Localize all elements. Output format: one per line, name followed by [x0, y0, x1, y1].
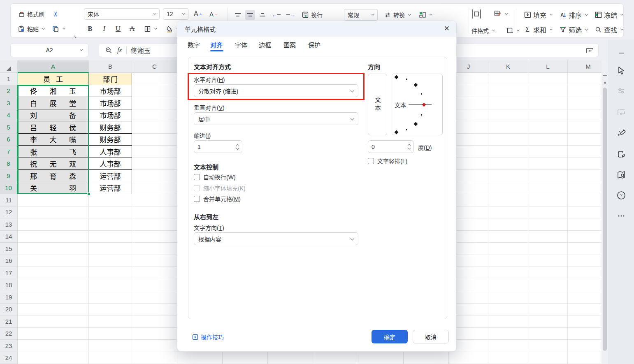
cell-L14[interactable]: [528, 231, 568, 243]
name-box[interactable]: A2: [10, 43, 88, 57]
row-header-12[interactable]: 12: [0, 206, 18, 219]
close-icon[interactable]: ✕: [444, 24, 450, 33]
sort-button[interactable]: 排序: [557, 9, 592, 21]
cell-K9[interactable]: [488, 170, 528, 182]
dial-angle-marker[interactable]: [406, 129, 407, 130]
find-button[interactable]: 查找: [592, 23, 628, 36]
column-header-C[interactable]: C: [132, 60, 177, 73]
cell-A12[interactable]: [18, 206, 89, 219]
cell-A7[interactable]: 张飞: [18, 146, 89, 158]
cell-A5[interactable]: 吕轻侯: [18, 121, 89, 134]
align-middle-button[interactable]: [245, 10, 255, 20]
italic-button[interactable]: I: [100, 25, 109, 33]
cell-B21[interactable]: [89, 315, 132, 328]
dial-angle-marker[interactable]: [406, 79, 407, 80]
cell-K24[interactable]: [488, 352, 528, 364]
row-header-4[interactable]: 4: [0, 109, 18, 122]
cell-B12[interactable]: [89, 206, 132, 219]
cell-K4[interactable]: [488, 109, 528, 122]
cut-button[interactable]: ✂: [50, 9, 61, 19]
vertical-scrollbar[interactable]: ▲: [601, 60, 608, 364]
cell-A16[interactable]: [18, 255, 89, 267]
cell-border-button[interactable]: [504, 26, 521, 35]
cell-B19[interactable]: [89, 291, 132, 304]
cell-K22[interactable]: [488, 328, 528, 340]
row-header-21[interactable]: 21: [0, 315, 18, 328]
convert-button[interactable]: 转换: [382, 9, 413, 20]
dial-angle-marker[interactable]: [394, 130, 398, 134]
wrap-text-button[interactable]: 换行: [300, 9, 325, 20]
cell-F24[interactable]: [268, 352, 313, 364]
row-header-10[interactable]: 10: [0, 182, 18, 195]
cell-L15[interactable]: [528, 243, 568, 255]
cell-C10[interactable]: [132, 182, 177, 195]
cell-B20[interactable]: [89, 304, 132, 316]
number-format-select[interactable]: 常规: [344, 9, 378, 21]
cell-C19[interactable]: [132, 291, 177, 304]
cell-C5[interactable]: [132, 121, 177, 134]
cell-L11[interactable]: [528, 194, 568, 206]
cell-A22[interactable]: [18, 328, 89, 340]
cell-C3[interactable]: [132, 97, 177, 109]
cell-B22[interactable]: [89, 328, 132, 340]
cell-K23[interactable]: [488, 340, 528, 352]
cell-A9[interactable]: 邢育森: [18, 170, 89, 182]
row-header-3[interactable]: 3: [0, 97, 18, 109]
cell-C24[interactable]: [132, 352, 177, 364]
cell-C6[interactable]: [132, 134, 177, 146]
horizontal-align-select[interactable]: 分散对齐 (缩进): [194, 84, 358, 97]
cell-A13[interactable]: [18, 218, 89, 231]
cell-K6[interactable]: [488, 134, 528, 146]
column-header-L[interactable]: L: [528, 60, 568, 73]
cell-B2[interactable]: 市场部: [89, 85, 132, 97]
cell-K21[interactable]: [488, 315, 528, 328]
cell-A23[interactable]: [18, 340, 89, 352]
cell-B15[interactable]: [89, 243, 132, 255]
cell-L4[interactable]: [528, 109, 568, 122]
cell-L5[interactable]: [528, 121, 568, 134]
cursor-select-icon[interactable]: [616, 65, 627, 76]
cell-B17[interactable]: [89, 267, 132, 279]
row-header-7[interactable]: 7: [0, 146, 18, 158]
cell-C1[interactable]: [132, 73, 177, 85]
cell-A8[interactable]: 祝无双: [18, 158, 89, 170]
zoom-formula-icon[interactable]: [105, 46, 112, 54]
ok-button[interactable]: 确定: [372, 330, 408, 343]
fill-button[interactable]: 填充: [522, 9, 557, 21]
row-header-14[interactable]: 14: [0, 231, 18, 243]
cell-L19[interactable]: [528, 291, 568, 304]
cell-K12[interactable]: [488, 206, 528, 219]
row-header-22[interactable]: 22: [0, 328, 18, 340]
help-icon[interactable]: ?: [616, 190, 627, 201]
cell-C9[interactable]: [132, 170, 177, 182]
borders-button[interactable]: [142, 24, 159, 34]
cell-C23[interactable]: [132, 340, 177, 352]
checkbox-icon[interactable]: [194, 196, 200, 202]
row-header-11[interactable]: 11: [0, 194, 18, 206]
cell-K11[interactable]: [488, 194, 528, 206]
dial-selected-angle-marker[interactable]: [422, 102, 426, 107]
cell-G24[interactable]: [313, 352, 358, 364]
cell-B8[interactable]: 人事部: [89, 158, 132, 170]
column-header-A[interactable]: A: [18, 60, 89, 73]
cell-B6[interactable]: 财务部: [89, 134, 132, 146]
row-header-18[interactable]: 18: [0, 279, 18, 292]
cell-A4[interactable]: 刘备: [18, 109, 89, 122]
row-header-13[interactable]: 13: [0, 218, 18, 231]
cell-B24[interactable]: [89, 352, 132, 364]
dial-angle-marker[interactable]: [413, 83, 418, 87]
collapse-toolbar-icon[interactable]: [616, 48, 627, 58]
cell-B13[interactable]: [89, 218, 132, 231]
row-header-1[interactable]: 1: [0, 73, 18, 85]
dial-angle-marker[interactable]: [413, 122, 418, 126]
merge-cells-checkbox[interactable]: 合并单元格(M): [194, 195, 241, 203]
strikethrough-button[interactable]: A: [128, 25, 137, 33]
merge-cells-button[interactable]: [417, 10, 434, 20]
cell-C21[interactable]: [132, 315, 177, 328]
cell-L12[interactable]: [528, 206, 568, 219]
cell-L7[interactable]: [528, 146, 568, 158]
cell-L21[interactable]: [528, 315, 568, 328]
cell-B23[interactable]: [89, 340, 132, 352]
underline-button[interactable]: U: [114, 25, 123, 33]
map-search-icon[interactable]: [616, 169, 627, 180]
